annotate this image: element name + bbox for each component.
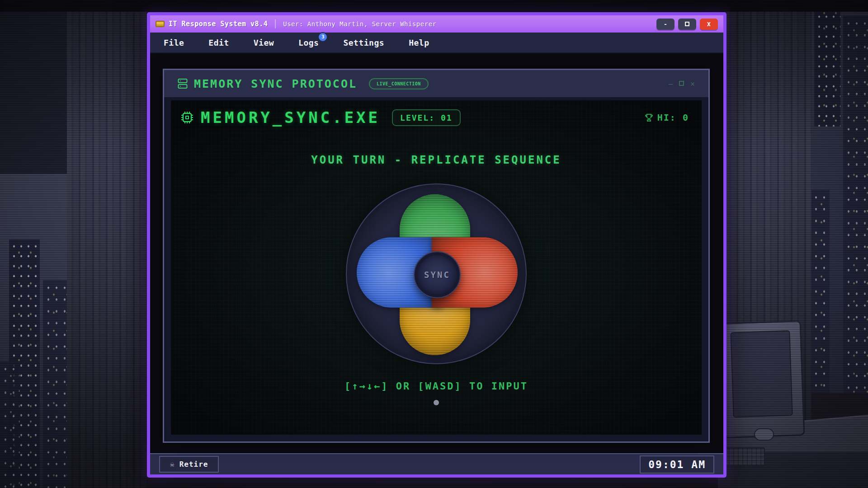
minimize-button[interactable]: - [656,19,675,30]
ceiling-strip [0,0,868,12]
exe-title: MEMORY_SYNC.EXE [201,108,380,127]
game-screen: MEMORY_SYNC.EXE LEVEL: 01 HI: 0 [171,100,702,435]
panel-minimize-icon[interactable]: – [669,80,673,88]
simon-wheel: SYNC [346,183,527,364]
building [814,0,840,127]
status-bar: ☠ Retire 09:01 AM [150,453,723,474]
maximize-button[interactable] [678,19,696,30]
titlebar-divider [275,19,276,28]
retire-button-label: Retire [179,460,208,469]
panel-maximize-icon[interactable] [679,81,684,86]
input-hint: [↑→↓←] OR [WASD] TO INPUT [344,380,528,392]
menu-item-settings[interactable]: Settings [343,38,384,47]
app-title: IT Response System v8.4 [169,20,268,28]
panel-window-controls: – × [669,80,695,88]
left-wall [0,0,69,181]
app-icon [156,21,165,27]
sequence-progress-dot [434,400,439,405]
menu-item-file[interactable]: File [164,38,184,47]
turn-message: YOUR TURN - REPLICATE SEQUENCE [311,154,561,166]
skull-icon: ☠ [170,461,175,468]
sync-button-label: SYNC [424,270,450,280]
menu-item-edit[interactable]: Edit [208,38,229,47]
game-header-row: MEMORY_SYNC.EXE LEVEL: 01 HI: 0 [171,100,702,127]
building [43,280,68,488]
menu-item-view[interactable]: View [254,38,274,47]
level-badge: LEVEL: 01 [392,109,461,126]
live-connection-badge: LIVE_CONNECTION [369,78,429,89]
menu-item-logs[interactable]: Logs 3 [298,38,319,47]
trophy-icon [645,113,653,122]
building [843,16,868,393]
hiscore: HI: 0 [645,112,689,123]
app-window: IT Response System v8.4 User: Anthony Ma… [147,12,726,478]
close-icon: X [707,21,711,28]
close-button[interactable]: X [700,19,718,30]
menubar: File Edit View Logs 3 Settings Help [150,33,723,53]
building [0,361,19,488]
sync-button[interactable]: SYNC [415,252,460,297]
panel-body: MEMORY_SYNC.EXE LEVEL: 01 HI: 0 [164,97,708,441]
left-window-city-view [0,174,68,488]
crt-monitor-screen [730,330,793,418]
menu-item-help[interactable]: Help [409,38,429,47]
panel-header: MEMORY SYNC PROTOCOL LIVE_CONNECTION – × [164,70,708,97]
cpu-chip-icon [180,110,194,125]
clock-display: 09:01 AM [640,455,714,474]
memory-sync-panel: MEMORY SYNC PROTOCOL LIVE_CONNECTION – × [163,69,710,443]
clock-label: 09:01 AM [648,459,706,470]
computer-mouse [754,428,774,441]
left-wall-pillar [67,0,147,488]
minimize-icon: - [664,21,667,28]
building [811,190,830,393]
titlebar: IT Response System v8.4 User: Anthony Ma… [150,15,723,33]
retire-button[interactable]: ☠ Retire [159,456,219,473]
crt-monitor [720,320,805,438]
panel-title: MEMORY SYNC PROTOCOL [194,77,357,90]
menu-item-logs-label: Logs [298,38,319,47]
main-content: MEMORY SYNC PROTOCOL LIVE_CONNECTION – × [150,53,723,453]
right-window-city-view [811,0,868,393]
server-icon [178,78,188,89]
maximize-icon [685,22,689,26]
logs-notification-badge: 3 [318,32,328,42]
user-label: User: Anthony Martin, Server Whisperer [283,20,436,28]
hiscore-label: HI: 0 [657,112,689,123]
panel-close-icon[interactable]: × [690,80,695,88]
